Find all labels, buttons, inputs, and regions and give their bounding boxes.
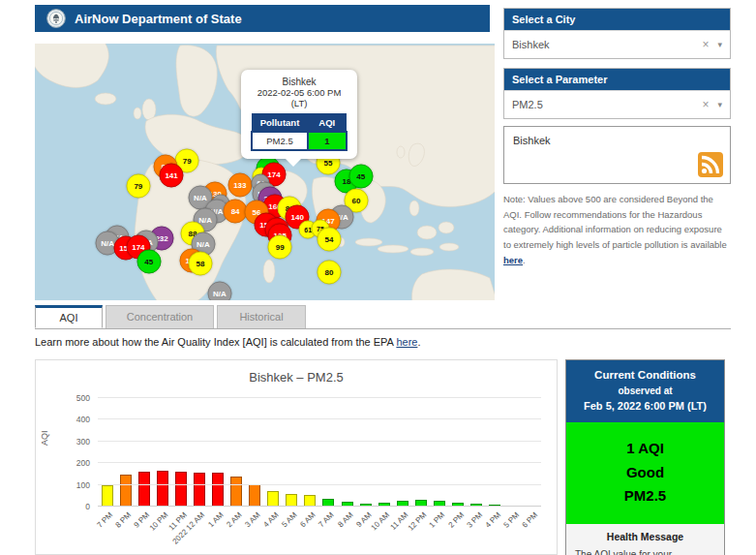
- chart-x-tick-label: 4 AM: [262, 510, 281, 529]
- tooltip-aqi-value: 1: [308, 132, 347, 150]
- rss-icon[interactable]: [698, 152, 723, 177]
- chart-x-tick-label: 1 AM: [206, 510, 225, 529]
- app-header: AirNow Department of State: [35, 5, 490, 32]
- chart-bar: [267, 491, 279, 507]
- chart-x-tick-label: 2 PM: [446, 510, 466, 530]
- current-conditions-header: Current Conditions observed at Feb 5, 20…: [566, 360, 724, 422]
- chart-bar: [120, 475, 132, 507]
- select-parameter-panel: Select a Parameter PM2.5 × ▾: [503, 68, 731, 119]
- health-message-title: Health Message: [566, 524, 724, 547]
- parameter-select-value: PM2.5: [512, 99, 702, 110]
- chart-x-tick-label: 6 PM: [520, 510, 539, 530]
- chart-gridline: [98, 506, 541, 507]
- aqi-world-map[interactable]: 798714179130N/A13397N/A84N/A88N/A232N/AN…: [35, 44, 495, 300]
- tooltip-table: Pollutant AQI PM2.5 1: [251, 113, 348, 151]
- map-tooltip: Bishkek 2022-02-05 6:00 PM (LT) Pollutan…: [241, 70, 357, 159]
- chart-x-tick-label: 8 AM: [336, 510, 354, 529]
- chart-title: Bishkek – PM2.5: [36, 370, 557, 385]
- observed-datetime: Feb 5, 2022 6:00 PM (LT): [570, 398, 720, 415]
- map-marker[interactable]: 141: [160, 164, 184, 188]
- chart-x-tick-label: 11 AM: [388, 510, 409, 532]
- chart-bar: [249, 484, 260, 507]
- chart-plot-area: 7 PM8 PM9 PM10 PM11 PM2022 12 AM1 AM2 AM…: [98, 398, 541, 507]
- health-message-block: Health Message The AQI value for your co…: [566, 524, 724, 555]
- tooltip-pollutant-value: PM2.5: [252, 132, 308, 150]
- chart-bar: [212, 473, 224, 507]
- tooltip-col-aqi: AQI: [308, 114, 347, 133]
- chart-x-tick-label: 4 PM: [483, 510, 502, 530]
- chart-x-tick-label: 5 PM: [501, 510, 521, 530]
- chart-y-tick-label: 500: [67, 393, 90, 403]
- observed-at-label: observed at: [570, 384, 720, 398]
- map-marker[interactable]: 133: [227, 173, 252, 198]
- city-select-value: Bishkek: [512, 39, 702, 50]
- learn-more-here-link[interactable]: here: [396, 336, 417, 348]
- chart-bar: [157, 471, 168, 507]
- chart-y-tick-label: 300: [67, 437, 90, 447]
- chart-x-tick-label: 1 PM: [428, 510, 447, 530]
- view-tabs: AQI Concentration Historical: [35, 305, 731, 329]
- tab-aqi[interactable]: AQI: [35, 305, 103, 328]
- chart-x-tick-label: 3 AM: [243, 510, 261, 529]
- note-here-link[interactable]: here: [503, 255, 523, 265]
- current-aqi-parameter: PM2.5: [566, 484, 724, 509]
- chart-bar: [102, 485, 113, 507]
- select-city-panel: Select a City Bishkek × ▾: [503, 8, 731, 59]
- tooltip-city: Bishkek: [246, 77, 352, 87]
- learn-more-period: .: [417, 336, 420, 348]
- page-title: AirNow Department of State: [75, 12, 242, 26]
- chart-gridline: [98, 441, 541, 442]
- department-of-state-seal-icon: [46, 9, 66, 28]
- tooltip-datetime: 2022-02-05 6:00 PM: [246, 87, 352, 98]
- parameter-dropdown-caret-icon[interactable]: ▾: [717, 100, 722, 109]
- chart-bar: [230, 477, 242, 507]
- map-marker[interactable]: 45: [136, 249, 161, 273]
- parameter-select[interactable]: PM2.5 × ▾: [504, 90, 730, 118]
- chart-x-tick-label: 3 PM: [465, 510, 484, 530]
- chart-x-tick-label: 6 AM: [299, 510, 318, 529]
- city-select[interactable]: Bishkek × ▾: [504, 30, 730, 58]
- current-conditions-title: Current Conditions: [570, 367, 720, 384]
- select-parameter-title: Select a Parameter: [504, 69, 730, 90]
- chart-bar: [138, 472, 150, 508]
- map-marker[interactable]: 45: [348, 165, 373, 189]
- parameter-clear-icon[interactable]: ×: [702, 98, 709, 111]
- aqi-bar-chart: Bishkek – PM2.5 AQI 7 PM8 PM9 PM10 PM11 …: [35, 359, 558, 555]
- map-marker[interactable]: 80: [318, 261, 342, 285]
- chart-x-tick-label: 7 PM: [96, 510, 115, 530]
- chart-bars: 7 PM8 PM9 PM10 PM11 PM2022 12 AM1 AM2 AM…: [98, 398, 541, 507]
- current-aqi-category: Good: [566, 461, 724, 485]
- chart-gridline: [98, 462, 541, 463]
- tab-historical[interactable]: Historical: [217, 305, 306, 328]
- map-marker[interactable]: 79: [126, 174, 150, 199]
- chart-x-tick-label: 10 AM: [370, 510, 391, 532]
- map-marker[interactable]: 54: [318, 227, 342, 251]
- map-marker[interactable]: 99: [268, 234, 292, 259]
- chart-x-tick-label: 2 AM: [225, 510, 243, 529]
- chart-y-tick-label: 100: [67, 480, 90, 490]
- city-clear-icon[interactable]: ×: [702, 38, 709, 51]
- select-city-title: Select a City: [504, 9, 730, 30]
- city-dropdown-caret-icon[interactable]: ▾: [717, 40, 722, 49]
- chart-x-tick-label: 5 AM: [281, 510, 299, 529]
- chart-bar: [286, 494, 297, 507]
- note-period: .: [523, 255, 526, 265]
- current-aqi-block: 1 AQI Good PM2.5: [566, 422, 724, 524]
- chart-y-axis-label: AQI: [40, 430, 49, 446]
- chart-gridline: [98, 397, 541, 398]
- note-text: Note: Values above 500 are considered Be…: [503, 194, 727, 250]
- tab-concentration[interactable]: Concentration: [106, 305, 214, 328]
- rss-city-label: Bishkek: [513, 135, 551, 146]
- airnow-page: AirNow Department of State: [0, 0, 756, 555]
- chart-gridline: [98, 418, 541, 419]
- health-message-text: The AQI value for your community is betw…: [566, 547, 724, 555]
- learn-more-text: Learn more about how the Air Quality Ind…: [35, 336, 420, 348]
- chart-y-tick-label: 400: [67, 415, 90, 424]
- map-marker[interactable]: 58: [189, 252, 213, 276]
- learn-more-prefix: Learn more about how the Air Quality Ind…: [35, 336, 396, 348]
- chart-x-tick-label: 12 PM: [407, 510, 429, 533]
- rss-feed-box: Bishkek: [503, 126, 731, 184]
- map-marker[interactable]: N/A: [207, 282, 231, 300]
- tooltip-col-pollutant: Pollutant: [252, 114, 308, 133]
- current-conditions-panel: Current Conditions observed at Feb 5, 20…: [565, 359, 725, 555]
